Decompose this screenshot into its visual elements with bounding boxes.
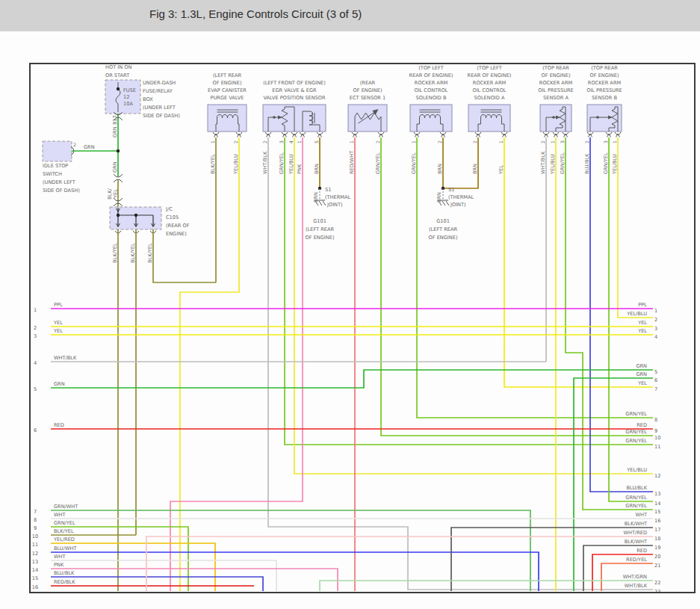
wire-color-label: GRN/YEL [603,152,609,174]
wire-yel [504,137,653,387]
pin-number: 1 [498,140,504,143]
right-wire-number: 16 [654,518,660,524]
switch-wire-color-label: GRN [84,144,95,150]
oil-control-solenoid-b-label: ROCKER ARM [415,80,448,86]
wire-color-label: BLK/YEL [147,243,153,263]
fuse-label: FUSE [123,87,136,93]
wire-color-label: YEL/BLU [288,154,294,175]
diagram-border [30,64,695,593]
figure-title: Fig 3: 1.3L, Engine Controls Circuit (3 … [149,7,362,20]
wire-color-label: YEL/BLU [550,154,556,175]
pin-number: 1 [612,140,617,143]
left-wire-label: GRN/WHT [54,504,78,510]
left-wire-number: 15 [32,575,38,581]
right-wire-label: GRN/YEL [625,438,647,444]
wire-pnk [51,569,338,591]
wire-grn [51,370,653,388]
fuse-box-location-label: SIDE OF DASH) [143,113,180,119]
right-wire-label: GRN/YEL [625,503,647,509]
left-wire-label: YEL [53,328,63,334]
wire-color-label: YEL/BLU [233,154,239,175]
left-wire-label: GRN [54,381,65,387]
left-wire-number: 2 [34,325,37,331]
right-wire-label: GRN [636,363,647,369]
oil-pressure-sensor-a-label: OIL PRESSURE [538,87,574,93]
idle-stop-switch-box [43,141,72,161]
wire-wht-red [146,537,653,591]
page: Fig 3: 1.3L, Engine Controls Circuit (3 … [0,0,700,609]
left-wire-number: 5 [34,386,37,392]
right-wire-number: 3 [654,326,657,332]
right-wire-number: 19 [654,545,660,551]
wire-grn-wht [51,510,530,591]
right-wire-number: 9 [654,428,657,434]
right-wire-number: 14 [654,501,660,507]
wire-blk-yel [153,229,216,282]
left-wire-label: YEL/RED [53,537,75,542]
switch-pin-number: 2 [73,142,76,147]
right-wire-number: 10 [654,435,660,441]
right-wire-label: YEL [637,320,647,326]
pin-number: 2 [540,140,545,143]
fuse-label: 12 [123,94,129,100]
right-wire-number: 7 [654,386,657,392]
pin-number: 2 [437,140,442,143]
wire-color-label: BLK/YEL [112,243,118,263]
pin-number: 1 [411,140,416,143]
right-wire-label: YEL [637,328,647,334]
pin-number: 2 [472,140,477,143]
oil-pressure-sensor-b-label: ROCKER ARM [588,80,622,86]
left-wire-label: PNK [54,562,64,568]
title-bar: Fig 3: 1.3L, Engine Controls Circuit (3 … [0,0,700,31]
left-wire-number: 1 [34,307,37,313]
pin-number: 5 [314,140,319,143]
left-wire-label: RED/BLK [54,579,75,585]
wire-color-label: RED/WHT [349,149,355,174]
ground-wire-color-label: BRN [313,192,319,203]
right-wire-label: BLU/BLK [627,485,648,491]
left-wire-label: GRN/YEL [54,520,75,526]
pin-number: 2 [375,140,380,143]
ect-sensor-1-label: ECT SENSOR 1 [350,95,385,101]
right-wire-number: 6 [654,377,657,383]
left-wire-label: BLK/YEL [54,528,74,534]
left-wire-number: 8 [34,517,37,523]
ect-sensor-1-label: OF ENGINE) [353,87,382,93]
pin-number: 2 [262,140,267,143]
junction-dot [117,149,120,152]
hot-in-on-label: HOT IN ON [105,64,131,70]
wire-color-label: BRN [472,164,478,174]
ground-id-label: G101 [313,218,326,224]
ground-id-label: G101 [436,218,450,224]
right-wire-label: YEL [637,380,647,386]
right-wire-label: GRN/YEL [625,429,647,435]
right-wire-number: 20 [654,554,660,560]
fuse-box-location-label: UNDER-DASH [143,80,176,86]
left-wire-number: 3 [34,333,37,339]
oil-control-solenoid-a-label: REAR OF ENGINE) [468,72,512,78]
oil-pressure-sensor-b-label: (TOP REAR [591,65,618,71]
right-wire-label: YEL/BLU [626,467,647,473]
left-wire-number: 16 [32,584,38,590]
wire-color-label: BLK/YEL [210,154,216,174]
left-wire-label: BLU/WHT [54,545,77,551]
junction-dot [117,87,120,90]
wiper-dot [596,116,599,119]
right-wire-number: 2 [654,317,657,323]
left-wire-number: 11 [32,542,38,548]
wire-yel-blu [180,137,239,591]
right-wire-label: RED [636,422,647,428]
wire-color-label: YEL [113,189,119,199]
right-wire-label: WHT/GRN [623,574,647,580]
right-wire-number: 21 [654,563,660,569]
thermal-joint-label: JOINT) [450,202,466,208]
wire-yel-blu [618,137,653,318]
pin-number: 3 [560,140,565,143]
right-wire-number: 4 [654,334,657,340]
pin-number: 3 [279,140,284,143]
pin-number: 1 [349,140,354,143]
oil-pressure-sensor-a-label: OF ENGINE) [542,72,571,78]
left-wire-number: 6 [34,427,37,433]
wire-grn-yel [285,137,653,445]
wire-color-label: BRN [437,164,443,174]
